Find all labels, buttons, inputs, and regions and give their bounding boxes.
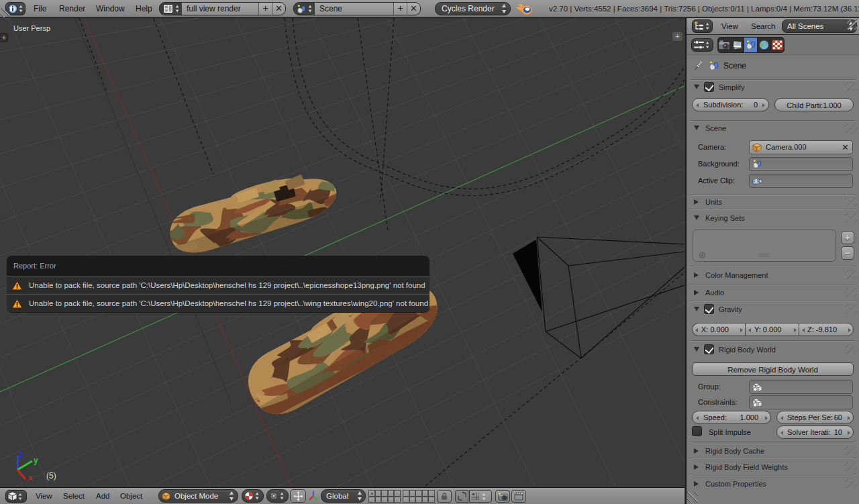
svg-text:x: x bbox=[28, 473, 33, 483]
svg-text:z: z bbox=[19, 450, 23, 459]
svg-text:y: y bbox=[34, 456, 38, 465]
